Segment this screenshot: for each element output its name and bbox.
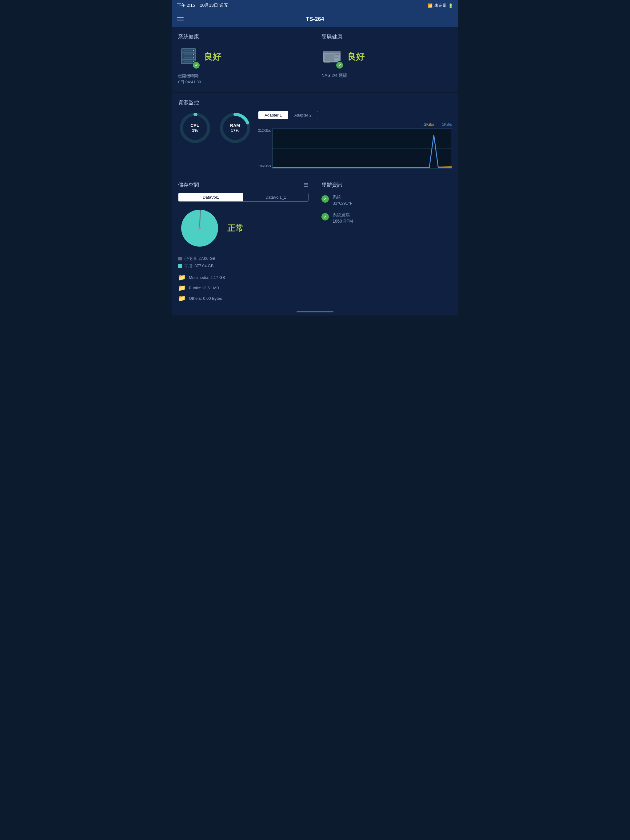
- up-arrow: ↑: [439, 122, 441, 127]
- disk-health-check-badge: [336, 61, 343, 69]
- disk-health-content: 良好: [321, 46, 452, 68]
- upload-line: [272, 135, 451, 167]
- svg-rect-22: [178, 257, 182, 261]
- download-speed: ↓ 2KB/s: [421, 122, 434, 127]
- hw-fan-name: 系統風扇: [332, 212, 353, 218]
- adapter-tab-2[interactable]: Adapter 2: [288, 111, 317, 119]
- adapter-tab-1[interactable]: Adapter 1: [258, 111, 288, 119]
- status-bar-right: 📶 未充電 🔋: [427, 3, 453, 8]
- top-row: 系統健康: [172, 27, 458, 92]
- svg-rect-20: [324, 62, 330, 63]
- resource-monitor-title: 資源監控: [178, 99, 452, 106]
- pie-needle: [199, 211, 200, 228]
- download-speed-value: 2KB/s: [424, 122, 434, 127]
- folder-others-label: Others: 0.00 Bytes: [189, 296, 222, 301]
- volume-tabs[interactable]: DataVol1 DataVol1_1: [178, 193, 309, 202]
- list-icon-button[interactable]: ☰: [304, 182, 309, 188]
- ram-label-value: 17%: [230, 128, 240, 133]
- network-speed-row: ↓ 2KB/s ↑ 1KB/s: [258, 122, 452, 127]
- cpu-gauge-label: CPU 1%: [190, 123, 199, 133]
- resource-monitor-body: CPU 1% RAM 17%: [178, 111, 452, 169]
- upload-speed: ↑ 1KB/s: [439, 122, 452, 127]
- svg-rect-18: [335, 57, 338, 57]
- bottom-row: 儲存空間 ☰ DataVol1 DataVol1_1: [172, 175, 458, 308]
- system-health-card: 系統健康: [172, 27, 315, 92]
- menu-line-3: [177, 21, 184, 21]
- status-bar: 下午 2:15 10月13日 週五 📶 未充電 🔋: [172, 0, 458, 11]
- scroll-indicator: [172, 308, 458, 316]
- hamburger-menu-button[interactable]: [177, 17, 184, 21]
- folder-icon-multimedia: 📁: [178, 274, 186, 281]
- vol-tab-2[interactable]: DataVol1_1: [243, 193, 308, 201]
- menu-line-2: [177, 19, 184, 19]
- status-time: 下午 2:15: [177, 3, 195, 8]
- system-uptime: 已開機時間: 0日 04:41:39: [178, 73, 309, 85]
- hw-fan-check-icon: [321, 213, 329, 221]
- svg-point-11: [193, 57, 194, 58]
- folder-icon-others: 📁: [178, 295, 186, 302]
- hw-system-name: 系統: [332, 195, 353, 200]
- disk-health-status: 良好: [347, 51, 364, 63]
- gauges-container: CPU 1% RAM 17%: [178, 111, 252, 145]
- legend-used-icon: [178, 257, 182, 261]
- vol-tab-1[interactable]: DataVol1: [179, 193, 243, 201]
- svg-rect-15: [324, 54, 334, 61]
- svg-rect-17: [335, 56, 339, 56]
- status-date: 10月13日 週五: [200, 3, 228, 8]
- storage-status-text: 正常: [227, 223, 243, 234]
- hw-system-temp: 系統 33°C/91°F: [321, 195, 452, 206]
- folder-multimedia-label: Multimedia: 2.17 GB: [189, 275, 225, 280]
- upload-speed-value: 1KB/s: [442, 122, 452, 127]
- svg-rect-7: [184, 57, 192, 58]
- svg-rect-19: [335, 59, 337, 60]
- legend-avail-label: 可用: 877.04 GB: [184, 263, 214, 269]
- legend-avail: 可用: 877.04 GB: [178, 263, 309, 269]
- uptime-value: 0日 04:41:39: [178, 80, 201, 84]
- svg-rect-5: [184, 50, 192, 51]
- system-health-icon-wrap: [178, 46, 199, 68]
- hw-system-check-icon: [321, 195, 329, 203]
- svg-rect-8: [184, 61, 192, 62]
- uptime-label: 已開機時間:: [178, 74, 199, 78]
- adapter-tabs[interactable]: Adapter 1 Adapter 2: [258, 111, 318, 119]
- ram-label-name: RAM: [230, 123, 240, 128]
- app-header: TS-264: [172, 11, 458, 27]
- storage-body: 正常: [178, 207, 309, 249]
- svg-rect-16: [335, 54, 339, 55]
- hw-system-value: 33°C/91°F: [332, 201, 353, 206]
- folder-item-others: 📁 Others: 0.00 Bytes: [178, 295, 309, 302]
- disk-health-card: 硬碟健康: [315, 27, 458, 92]
- pie-center: [198, 227, 201, 230]
- svg-point-9: [193, 50, 194, 51]
- disk-health-icon-wrap: [321, 46, 342, 68]
- hw-fan-value: 1860 RPM: [332, 219, 353, 224]
- cpu-gauge: CPU 1%: [178, 111, 212, 145]
- system-health-check-badge: [192, 61, 200, 69]
- folder-item-multimedia: 📁 Multimedia: 2.17 GB: [178, 274, 309, 281]
- hardware-info-title: 硬體資訊: [321, 182, 452, 188]
- hw-fan-speed: 系統風扇 1860 RPM: [321, 212, 452, 224]
- page-title: TS-264: [306, 16, 324, 22]
- network-chart-section: Adapter 1 Adapter 2 ↓ 2KB/s ↑ 1KB/s: [258, 111, 452, 169]
- chart-container: 212KB/s 106KB/s: [258, 128, 452, 169]
- pie-svg: [178, 207, 221, 249]
- down-arrow: ↓: [421, 122, 423, 127]
- storage-header: 儲存空間 ☰: [178, 182, 309, 188]
- resource-monitor-section: 資源監控 CPU 1%: [172, 93, 458, 175]
- hw-system-text: 系統 33°C/91°F: [332, 195, 353, 206]
- legend-avail-icon: [178, 264, 182, 268]
- y-label-top: 212KB/s: [258, 128, 271, 132]
- network-chart: [272, 128, 452, 169]
- folder-item-public: 📁 Public: 13.61 MB: [178, 284, 309, 292]
- legend-used-label: 已使用: 27.00 GB: [184, 256, 215, 261]
- menu-line-1: [177, 17, 184, 17]
- cpu-label-name: CPU: [190, 123, 199, 128]
- storage-pie-chart: [178, 207, 221, 249]
- disk-health-title: 硬碟健康: [321, 33, 452, 40]
- battery-icon: 🔋: [448, 3, 453, 8]
- legend-used: 已使用: 27.00 GB: [178, 256, 309, 261]
- hw-fan-text: 系統風扇 1860 RPM: [332, 212, 353, 224]
- system-health-status: 良好: [204, 51, 221, 63]
- main-content: 系統健康: [172, 27, 458, 316]
- svg-rect-14: [323, 51, 340, 53]
